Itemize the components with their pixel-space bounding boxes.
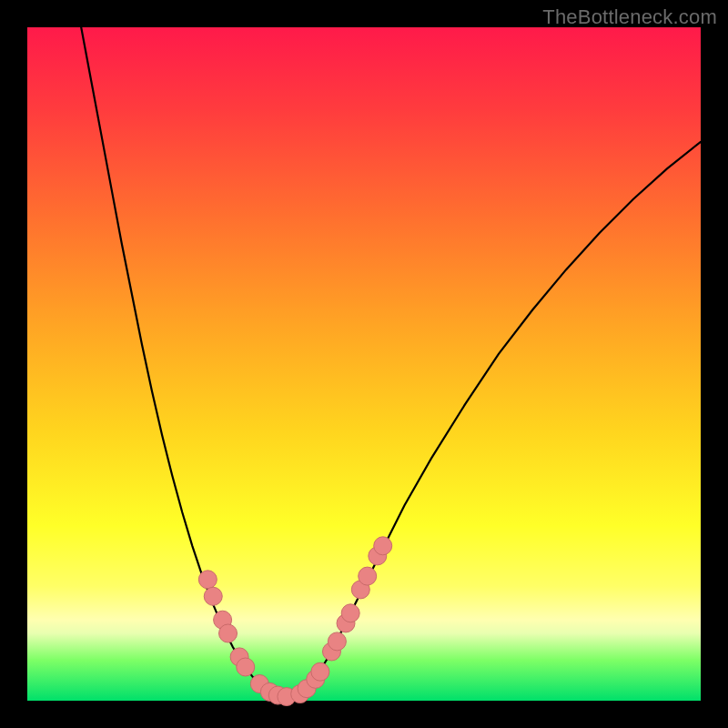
data-dot: [374, 537, 392, 555]
chart-frame: TheBottleneck.com: [0, 0, 728, 728]
data-dot: [237, 658, 255, 676]
data-dot: [219, 624, 238, 642]
watermark-text: TheBottleneck.com: [542, 5, 717, 29]
chart-svg: [27, 27, 701, 701]
plot-area: [27, 27, 701, 701]
data-dots: [198, 537, 391, 706]
data-dot: [204, 587, 222, 605]
data-dot: [341, 604, 359, 622]
data-dot: [198, 571, 217, 589]
data-dot: [359, 567, 377, 585]
bottleneck-curve: [81, 27, 701, 697]
data-dot: [311, 662, 329, 681]
data-dot: [328, 632, 346, 651]
